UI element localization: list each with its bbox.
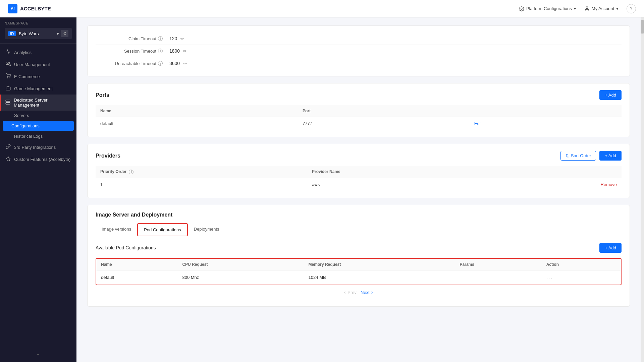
ports-table: Name Port default 7777 Edit: [96, 105, 622, 130]
session-timeout-edit-icon[interactable]: ✏: [183, 49, 187, 54]
svg-rect-5: [6, 87, 10, 90]
providers-section: Providers ⇅ Sort Order + Add: [87, 144, 630, 198]
sidebar-subitem-historical-logs[interactable]: Historical Logs: [0, 131, 76, 141]
provider-name: aws: [307, 178, 494, 191]
svg-point-0: [521, 8, 522, 9]
unreachable-timeout-info-icon[interactable]: i: [158, 61, 163, 66]
ports-title: Ports: [96, 92, 109, 98]
app-name: ACCELBYTE: [20, 6, 51, 11]
right-scrollbar[interactable]: [641, 17, 644, 362]
gear-icon: [519, 6, 524, 11]
image-server-section: Image Server and Deployment Image versio…: [87, 205, 630, 307]
sidebar-collapse-button[interactable]: «: [0, 346, 76, 362]
topnav-right-area: Platform Configurations ▾ My Account ▾ ?: [519, 4, 636, 13]
image-server-title: Image Server and Deployment: [96, 212, 172, 218]
tab-image-versions[interactable]: Image versions: [96, 223, 137, 236]
providers-add-button[interactable]: + Add: [599, 151, 622, 161]
svg-marker-10: [6, 157, 10, 161]
session-timeout-value: 1800: [169, 48, 180, 54]
pod-configs-table-body: default 800 Mhz 1024 MB ...: [96, 270, 621, 285]
prev-page-button[interactable]: < Prev: [344, 290, 357, 295]
3rd-party-label: 3rd Party Integrations: [14, 145, 56, 150]
table-row: default 800 Mhz 1024 MB ...: [96, 270, 621, 285]
3rd-party-icon: [5, 144, 11, 150]
timeout-section: Claim Timeout i 120 ✏ Session Timeout i …: [87, 25, 630, 76]
custom-features-label: Custom Features (Accelbyte): [14, 157, 70, 162]
provider-action-cell: Remove: [494, 178, 622, 191]
topnav-logo-area: A! ACCELBYTE: [8, 4, 51, 13]
svg-point-2: [7, 62, 8, 64]
platform-config-button[interactable]: Platform Configurations ▾: [519, 6, 576, 11]
namespace-chevron-icon: ▾: [57, 31, 59, 36]
sidebar-item-custom-features[interactable]: Custom Features (Accelbyte): [0, 153, 76, 165]
sidebar-subitem-servers[interactable]: Servers: [0, 111, 76, 120]
unreachable-timeout-label: Unreachable Timeout i: [96, 61, 169, 66]
sidebar-item-game-management[interactable]: Game Management: [0, 82, 76, 95]
provider-remove-button[interactable]: Remove: [601, 182, 617, 187]
dedicated-server-label: Dedicated Server Management: [14, 98, 71, 108]
namespace-settings-button[interactable]: ⚙: [61, 30, 68, 37]
port-edit-button[interactable]: Edit: [474, 121, 482, 126]
namespace-badge: BY: [8, 31, 16, 36]
namespace-section: NAMESPACE BY Byte Wars ▾ ⚙: [0, 17, 76, 44]
svg-rect-6: [6, 100, 10, 102]
pod-configs-table-wrapper: Name CPU Request Memory Request: [96, 258, 622, 285]
priority-order-info-icon[interactable]: i: [129, 170, 133, 174]
claim-timeout-info-icon[interactable]: i: [158, 36, 163, 41]
pagination: < Prev Next >: [96, 285, 622, 300]
sidebar-item-ecommerce[interactable]: E-Commerce: [0, 70, 76, 82]
sidebar-subitem-configurations[interactable]: Configurations: [3, 121, 74, 131]
providers-sort-order-button[interactable]: ⇅ Sort Order: [560, 151, 596, 161]
user-management-label: User Management: [14, 62, 50, 67]
help-button[interactable]: ?: [627, 4, 636, 13]
namespace-selector[interactable]: BY Byte Wars ▾ ⚙: [5, 28, 72, 39]
image-server-header: Image Server and Deployment: [96, 212, 622, 218]
sidebar-item-dedicated-server[interactable]: Dedicated Server Management: [0, 95, 76, 111]
pod-action-button[interactable]: ...: [546, 275, 553, 281]
sidebar-item-analytics[interactable]: Analytics: [0, 46, 76, 58]
pod-cpu-request: 800 Mhz: [177, 270, 304, 285]
unreachable-timeout-edit-icon[interactable]: ✏: [183, 61, 187, 66]
port-value: 7777: [298, 117, 470, 130]
ports-section-header: Ports + Add: [96, 90, 622, 100]
providers-actions: ⇅ Sort Order + Add: [560, 151, 622, 161]
next-page-button[interactable]: Next >: [361, 290, 373, 295]
ports-table-body: default 7777 Edit: [96, 117, 622, 130]
providers-col-name: Provider Name: [307, 166, 494, 178]
sort-icon: ⇅: [566, 153, 569, 158]
pod-params: [455, 270, 542, 285]
pod-configs-add-button[interactable]: + Add: [599, 243, 622, 253]
pod-memory-request: 1024 MB: [304, 270, 455, 285]
table-row: 1 aws Remove: [96, 178, 622, 191]
pod-configurations-content: Available Pod Configurations + Add Name: [96, 243, 622, 300]
analytics-icon: [5, 49, 11, 55]
svg-point-4: [9, 78, 10, 78]
ports-add-button[interactable]: + Add: [599, 90, 622, 100]
game-management-icon: [5, 85, 11, 92]
available-pod-configs-label: Available Pod Configurations: [96, 245, 156, 250]
svg-point-1: [586, 7, 588, 8]
ports-col-action: [470, 105, 622, 117]
pod-configs-table: Name CPU Request Memory Request: [96, 259, 621, 285]
ecommerce-label: E-Commerce: [14, 74, 40, 79]
svg-point-3: [7, 78, 8, 78]
sidebar-item-user-management[interactable]: User Management: [0, 58, 76, 70]
claim-timeout-edit-icon[interactable]: ✏: [180, 36, 184, 41]
collapse-icon: «: [37, 352, 39, 357]
claim-timeout-label: Claim Timeout i: [96, 36, 169, 41]
dedicated-server-icon: [5, 100, 10, 106]
my-account-button[interactable]: My Account ▾: [584, 6, 619, 11]
session-timeout-label: Session Timeout i: [96, 49, 169, 54]
tab-pod-configurations[interactable]: Pod Configurations: [137, 223, 188, 236]
session-timeout-info-icon[interactable]: i: [158, 49, 163, 53]
my-account-label: My Account: [592, 6, 614, 11]
help-icon: ?: [630, 6, 632, 11]
sidebar-item-3rd-party[interactable]: 3rd Party Integrations: [0, 141, 76, 153]
platform-config-chevron: ▾: [574, 6, 576, 11]
pod-col-name: Name: [96, 259, 177, 270]
port-name: default: [96, 117, 298, 130]
pod-configs-table-head: Name CPU Request Memory Request: [96, 259, 621, 270]
pod-col-cpu: CPU Request: [177, 259, 304, 270]
svg-rect-7: [6, 103, 10, 104]
tab-deployments[interactable]: Deployments: [188, 223, 225, 236]
